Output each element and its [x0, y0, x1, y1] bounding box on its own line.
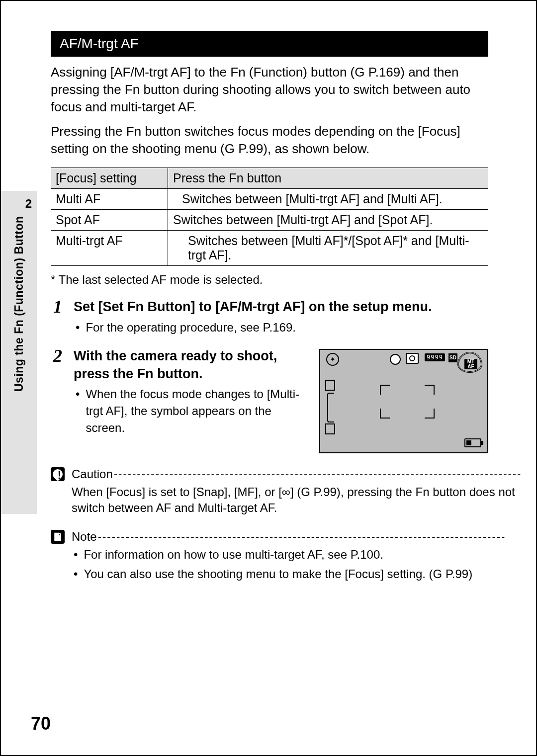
step-number: 1 [51, 298, 65, 316]
chapter-tab: 2 Using the Fn (Function) Button [1, 191, 37, 514]
camera-icon [406, 353, 419, 364]
table-row: Multi-trgt AF Switches between [Multi AF… [51, 231, 488, 266]
table-row: Multi AF Switches between [Multi-trgt AF… [51, 189, 488, 210]
mode-dial-icon: ✦ [326, 353, 339, 366]
step-bullet: • When the focus mode changes to [Multi-… [76, 386, 308, 436]
af-bracket-icon [425, 385, 435, 395]
note-block: Note -----------------------------------… [51, 530, 488, 582]
intro-paragraph-2: Pressing the Fn button switches focus mo… [51, 123, 488, 158]
shots-remaining: 9999 [425, 353, 445, 361]
note-title: Note [72, 530, 97, 544]
indicator-icon [325, 423, 335, 434]
sd-card-icon: SD [448, 353, 457, 362]
svg-rect-0 [55, 533, 61, 541]
caution-icon [51, 467, 65, 481]
table-header-focus: [Focus] setting [51, 168, 168, 189]
zoom-bar-icon [327, 393, 334, 422]
af-bracket-icon [380, 409, 390, 419]
caution-text: When [Focus] is set to [Snap], [MF], or … [72, 484, 522, 516]
battery-icon [464, 438, 481, 447]
mtaf-symbol: MT AF [457, 352, 482, 373]
note-bullet: • You can also use the shooting menu to … [74, 566, 506, 582]
status-icon [390, 354, 401, 365]
page-number: 70 [31, 713, 51, 734]
step-number: 2 [51, 347, 65, 365]
af-bracket-icon [425, 409, 435, 419]
table-header-fn: Press the Fn button [168, 168, 489, 189]
caution-title: Caution [72, 467, 113, 481]
af-bracket-icon [380, 385, 390, 395]
camera-screen-illustration: ✦ 9999 SD MT AF [319, 349, 488, 453]
note-icon [51, 530, 65, 544]
dash-rule: ----------------------------------------… [98, 530, 506, 543]
step-title: Set [Set Fn Button] to [AF/M-trgt AF] on… [74, 298, 432, 316]
chapter-title: Using the Fn (Function) Button [12, 216, 26, 500]
focus-mode-table: [Focus] setting Press the Fn button Mult… [51, 168, 488, 266]
step-1: 1 Set [Set Fn Button] to [AF/M-trgt AF] … [51, 298, 488, 336]
note-bullet: • For information on how to use multi-ta… [74, 547, 506, 563]
intro-paragraph-1: Assigning [AF/M-trgt AF] to the Fn (Func… [51, 64, 488, 116]
caution-block: Caution --------------------------------… [51, 467, 488, 516]
dash-rule: ----------------------------------------… [114, 468, 522, 481]
step-title: With the camera ready to shoot, press th… [74, 347, 308, 383]
section-heading: AF/M-trgt AF [51, 31, 488, 57]
table-row: Spot AF Switches between [Multi-trgt AF]… [51, 210, 488, 231]
step-bullet: • For the operating procedure, see P.169… [76, 319, 432, 336]
indicator-icon [325, 380, 335, 391]
table-footnote: * The last selected AF mode is selected. [51, 273, 488, 287]
step-2: 2 With the camera ready to shoot, press … [51, 347, 488, 453]
chapter-number: 2 [1, 191, 37, 211]
